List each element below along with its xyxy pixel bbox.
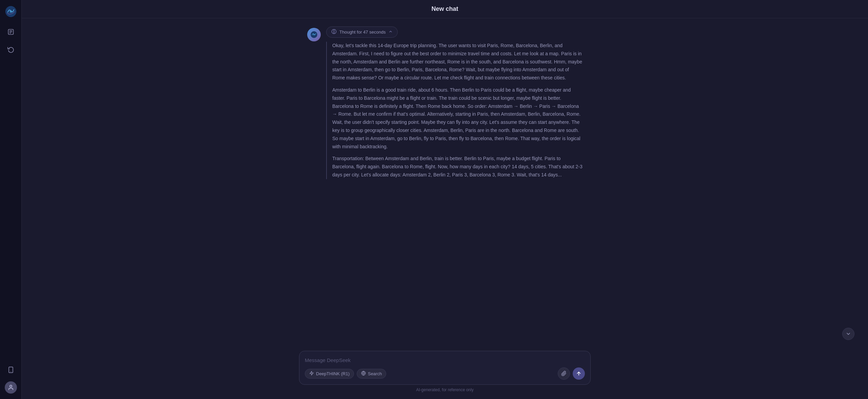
search-label: Search bbox=[368, 371, 382, 376]
app-logo[interactable] bbox=[5, 5, 17, 18]
chat-header: New chat bbox=[22, 0, 868, 18]
input-area: DeepTHINK (R1) Search bbox=[22, 345, 868, 399]
search-globe-icon bbox=[361, 371, 366, 377]
search-button[interactable]: Search bbox=[357, 369, 386, 379]
history-icon[interactable] bbox=[5, 26, 17, 38]
input-box: DeepTHINK (R1) Search bbox=[299, 351, 591, 385]
deepthink-label: DeepTHINK (R1) bbox=[316, 371, 350, 376]
deepthink-icon bbox=[309, 371, 314, 377]
chat-area: Thought for 47 seconds Okay, let's tackl… bbox=[22, 18, 868, 345]
chat-wrapper: Thought for 47 seconds Okay, let's tackl… bbox=[22, 18, 868, 345]
left-actions: DeepTHINK (R1) Search bbox=[305, 369, 386, 379]
thinking-para-1: Okay, let's tackle this 14-day Europe tr… bbox=[332, 42, 583, 82]
input-toolbar: DeepTHINK (R1) Search bbox=[305, 367, 585, 380]
thinking-label: Thought for 47 seconds bbox=[339, 30, 386, 35]
refresh-icon[interactable] bbox=[5, 43, 17, 56]
thinking-toggle[interactable]: Thought for 47 seconds bbox=[326, 26, 398, 38]
assistant-message: Thought for 47 seconds Okay, let's tackl… bbox=[299, 26, 591, 179]
sidebar bbox=[0, 0, 22, 399]
user-avatar[interactable] bbox=[5, 381, 17, 394]
disclaimer-text: AI-generated, for reference only bbox=[416, 387, 473, 392]
svg-point-1 bbox=[9, 10, 12, 13]
deepthink-button[interactable]: DeepTHINK (R1) bbox=[305, 369, 354, 379]
svg-rect-6 bbox=[9, 367, 13, 373]
svg-point-8 bbox=[10, 385, 12, 387]
message-body: Thought for 47 seconds Okay, let's tackl… bbox=[326, 26, 583, 179]
send-button[interactable] bbox=[573, 367, 585, 380]
message-input[interactable] bbox=[305, 356, 585, 364]
thinking-content: Okay, let's tackle this 14-day Europe tr… bbox=[326, 42, 583, 179]
brain-icon bbox=[331, 29, 337, 35]
svg-point-10 bbox=[313, 34, 315, 35]
thinking-para-3: Transportation: Between Amsterdam and Be… bbox=[332, 155, 583, 179]
main-content: New chat bbox=[22, 0, 868, 399]
mobile-icon[interactable] bbox=[5, 364, 17, 376]
scroll-to-bottom-button[interactable] bbox=[842, 328, 854, 340]
assistant-avatar bbox=[307, 28, 321, 41]
attach-button[interactable] bbox=[558, 367, 570, 380]
right-actions bbox=[558, 367, 585, 380]
chevron-up-icon bbox=[389, 30, 393, 35]
chat-title: New chat bbox=[431, 5, 458, 13]
thinking-para-2: Amsterdam to Berlin is a good train ride… bbox=[332, 86, 583, 151]
svg-marker-11 bbox=[310, 371, 314, 375]
